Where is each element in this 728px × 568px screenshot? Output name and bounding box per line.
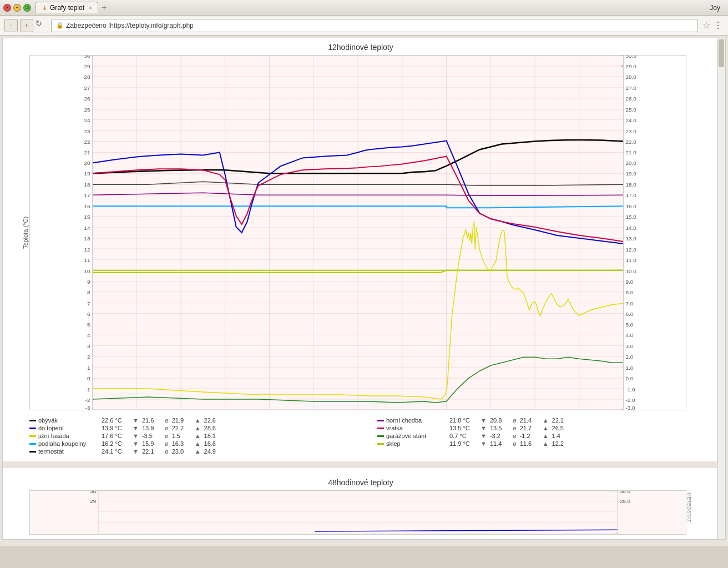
svg-text:-3.0: -3.0	[625, 405, 635, 410]
svg-text:21: 21	[84, 149, 90, 155]
tab-icon: 🌡	[42, 4, 48, 11]
svg-text:9: 9	[87, 279, 90, 285]
svg-text:10.0: 10.0	[625, 268, 636, 274]
titlebar: × − □ 🌡 Grafy teplot × + Joy	[0, 0, 728, 16]
legend-item-vratka: vratka 13.5 °C ▼ 13.5 ø 21.7 ▲ 26.5	[377, 425, 714, 431]
close-button[interactable]: ×	[3, 4, 11, 12]
svg-text:0: 0	[87, 375, 90, 381]
svg-text:25.0: 25.0	[625, 107, 636, 113]
svg-text:5: 5	[87, 321, 90, 328]
svg-text:6.0: 6.0	[625, 311, 633, 317]
url-text: https://teploty.info/graph.php	[110, 22, 194, 29]
y-axis-labels-right: 30.0 29.0 28.0 27.0 26.0 25.0 24.0 23.0 …	[625, 55, 636, 410]
svg-text:17.0: 17.0	[625, 192, 636, 198]
chart2-svg-area: 30 29 30.0 29.0	[29, 490, 686, 535]
legend-item-do-topeni: do topení 13.9 °C ▼ 13.9 ø 22.7 ▲ 28.6	[29, 425, 366, 431]
svg-text:29: 29	[84, 63, 90, 69]
navbar: ‹ › ↻ 🔒 Zabezpečeno | https://teploty.in…	[0, 16, 728, 36]
svg-text:14: 14	[84, 225, 90, 231]
svg-text:30: 30	[90, 490, 96, 494]
chart1-svg: 01:00 02:00 03:00 04:00 05:00 06:00 07:0…	[29, 55, 686, 410]
bookmark-button[interactable]: ☆	[702, 20, 710, 31]
svg-text:24: 24	[84, 117, 90, 123]
svg-text:7: 7	[87, 300, 90, 306]
tab-bar: 🌡 Grafy teplot × +	[36, 2, 710, 13]
legend-color-horni-chodba	[377, 420, 384, 421]
svg-text:4: 4	[87, 332, 90, 338]
new-tab-button[interactable]: +	[98, 3, 110, 13]
svg-text:25: 25	[84, 107, 90, 113]
chart1-legend: obývák 22.6 °C ▼ 21.6 ø 21.9 ▲ 22.6 horn…	[7, 415, 714, 457]
tab-close-button[interactable]: ×	[89, 5, 92, 11]
svg-text:7.0: 7.0	[625, 300, 633, 306]
chart1-container: 12hodinové teploty Teplota (°C)	[3, 38, 725, 461]
chart1-svg-area: 01:00 02:00 03:00 04:00 05:00 06:00 07:0…	[29, 55, 686, 410]
chart1-title: 12hodinové teploty	[7, 43, 714, 52]
svg-text:22: 22	[84, 139, 90, 145]
svg-text:29: 29	[90, 498, 96, 504]
svg-text:3: 3	[87, 343, 90, 349]
svg-text:30.0: 30.0	[625, 55, 636, 59]
menu-button[interactable]: ⋮	[712, 20, 724, 31]
svg-text:19: 19	[84, 170, 90, 177]
svg-text:30.0: 30.0	[620, 490, 631, 494]
chart2-container: 48hodinové teploty 30	[3, 474, 725, 539]
svg-text:6: 6	[87, 311, 90, 317]
window-controls: × − □	[3, 4, 31, 12]
content-area: 12hodinové teploty Teplota (°C)	[0, 36, 728, 546]
legend-color-podlaha-koupelny	[29, 443, 36, 445]
y-axis-label-left: Teplota (°C)	[22, 217, 29, 249]
svg-text:5.0: 5.0	[625, 321, 633, 328]
svg-text:11.0: 11.0	[625, 257, 636, 263]
svg-text:2.0: 2.0	[625, 354, 633, 360]
svg-text:28: 28	[84, 74, 90, 80]
legend-item-termostat: termostat 24.1 °C ▼ 22.1 ø 23.0 ▲ 24.9	[29, 448, 366, 455]
legend-item-jizni-fasada: jižní fasáda 17.6 °C ▼ -3.5 ø 1.5 ▲ 18.1	[29, 433, 366, 439]
svg-text:17: 17	[84, 192, 90, 198]
svg-text:16.0: 16.0	[625, 203, 636, 209]
secure-label: Zabezpečeno |	[66, 22, 110, 29]
scrollbar-thumb[interactable]	[719, 39, 724, 67]
legend-val-obyvak: 22.6 °C	[102, 417, 129, 424]
forward-button[interactable]: ›	[20, 19, 33, 32]
svg-text:9.0: 9.0	[625, 279, 633, 285]
svg-rect-137	[98, 491, 618, 534]
svg-text:19.0: 19.0	[625, 170, 636, 177]
svg-text:26.0: 26.0	[625, 95, 636, 102]
user-name: Joy	[710, 4, 725, 12]
svg-text:3.0: 3.0	[625, 343, 633, 349]
svg-text:13: 13	[84, 235, 90, 242]
legend-item-obyvak: obývák 22.6 °C ▼ 21.6 ø 21.9 ▲ 22.6	[29, 417, 366, 424]
y-axis-labels-left: 30 29 28 27 26 25 24 23 22 21 20 19	[84, 55, 90, 410]
active-tab[interactable]: 🌡 Grafy teplot ×	[36, 2, 98, 13]
svg-text:27.0: 27.0	[625, 85, 636, 91]
svg-text:-2.0: -2.0	[625, 397, 635, 403]
maximize-button[interactable]: □	[23, 4, 31, 12]
legend-item-horni-chodba: horní chodba 21.8 °C ▼ 20.8 ø 21.4 ▲ 22.…	[377, 417, 714, 424]
lock-icon: 🔒	[56, 22, 64, 29]
chart2-right-label: METEOSTAT	[686, 490, 692, 522]
svg-text:12: 12	[84, 247, 90, 253]
svg-text:-1.0: -1.0	[625, 386, 635, 393]
url-bar[interactable]: 🔒 Zabezpečeno | https://teploty.info/gra…	[51, 19, 698, 32]
svg-text:10: 10	[84, 268, 90, 274]
svg-text:-2: -2	[85, 397, 90, 403]
legend-color-do-topeni	[29, 428, 36, 429]
reload-button[interactable]: ↻	[36, 19, 49, 32]
svg-text:27: 27	[84, 85, 90, 91]
svg-text:1: 1	[87, 365, 90, 371]
legend-color-termostat	[29, 451, 36, 453]
svg-text:2: 2	[87, 354, 90, 360]
scrollbar[interactable]	[717, 38, 725, 539]
svg-text:21.0: 21.0	[625, 149, 636, 155]
tab-title: Grafy teplot	[50, 4, 84, 12]
back-button[interactable]: ‹	[4, 19, 18, 32]
svg-text:18: 18	[84, 182, 90, 188]
svg-text:15: 15	[84, 214, 90, 220]
svg-text:4.0: 4.0	[625, 332, 633, 338]
svg-text:23.0: 23.0	[625, 128, 636, 134]
svg-text:18.0: 18.0	[625, 182, 636, 188]
minimize-button[interactable]: −	[13, 4, 21, 12]
legend-color-sklep	[377, 443, 384, 445]
svg-text:28.0: 28.0	[625, 74, 636, 80]
